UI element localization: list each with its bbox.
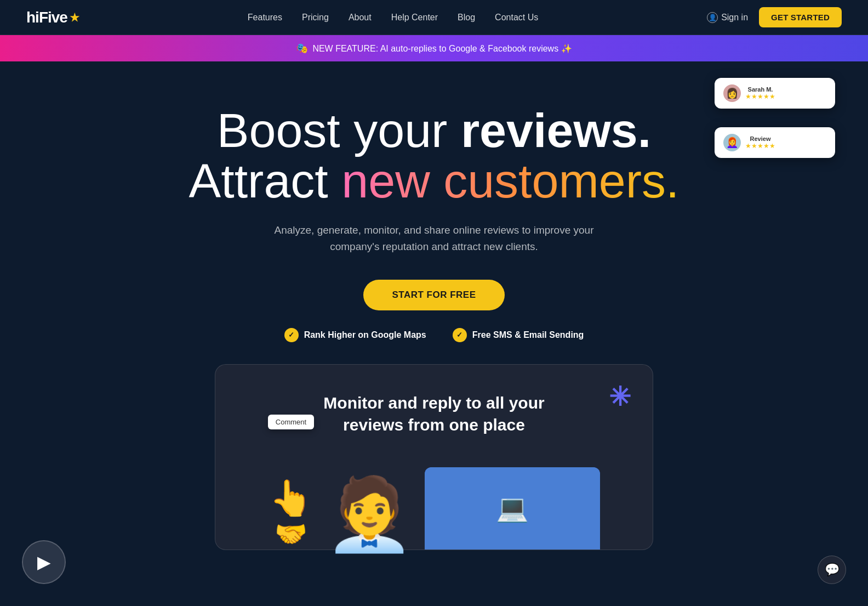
demo-hand-group: Comment 👆 🤝: [268, 458, 314, 550]
logo-text: hiFive: [26, 9, 67, 26]
chat-icon: 💬: [825, 563, 840, 577]
sign-in-button[interactable]: 👤 Sign in: [707, 12, 748, 23]
hero-title-line1: Boost your reviews.: [217, 105, 651, 156]
hero-subtitle: Analyze, generate, monitor, and share on…: [253, 222, 615, 256]
hand-point-icon: 👆: [269, 478, 313, 519]
floating-review-card-2: 👩‍🦰 Review ★★★★★: [715, 127, 835, 158]
feature-checks: ✓ Rank Higher on Google Maps ✓ Free SMS …: [284, 328, 584, 342]
demo-screen-block: 💻: [425, 467, 600, 550]
video-widget[interactable]: ▶: [22, 540, 66, 584]
get-started-button[interactable]: GET STARTED: [759, 7, 842, 27]
announcement-text: NEW FEATURE: AI auto-replies to Google &…: [312, 43, 572, 54]
nav-link-help-center[interactable]: Help Center: [391, 13, 438, 22]
play-icon: ▶: [37, 552, 51, 573]
announcement-emoji: 🎭: [296, 42, 308, 54]
check-label-2: Free SMS & Email Sending: [472, 330, 584, 340]
sign-in-label: Sign in: [721, 13, 748, 22]
check-item-sms-email: ✓ Free SMS & Email Sending: [453, 328, 584, 342]
comment-bubble: Comment: [268, 415, 314, 429]
demo-character: 🧑‍💼: [325, 478, 414, 550]
monitor-icon: 💻: [496, 493, 529, 524]
asterisk-icon: ✳: [609, 381, 631, 412]
nav-right: 👤 Sign in GET STARTED: [707, 7, 842, 27]
video-thumbnail: ▶: [23, 541, 65, 583]
nav-link-contact-us[interactable]: Contact Us: [495, 13, 538, 22]
nav-link-pricing[interactable]: Pricing: [302, 13, 329, 22]
check-item-google-maps: ✓ Rank Higher on Google Maps: [284, 328, 426, 342]
nav-links: Features Pricing About Help Center Blog …: [248, 13, 538, 22]
logo[interactable]: hiFive★: [26, 9, 79, 26]
hero-title-line2: Attract new customers.: [189, 156, 679, 206]
floating-review-card-1: 👩 Sarah M. ★★★★★: [715, 78, 835, 109]
nav-link-about[interactable]: About: [349, 13, 372, 22]
demo-card: ✳ Monitor and reply to all your reviews …: [215, 364, 653, 550]
hands-icon: 🤝: [275, 519, 307, 550]
chat-widget[interactable]: 💬: [818, 556, 846, 584]
check-label-1: Rank Higher on Google Maps: [304, 330, 426, 340]
nav-link-blog[interactable]: Blog: [458, 13, 475, 22]
user-icon: 👤: [707, 12, 718, 23]
nav-link-features[interactable]: Features: [248, 13, 282, 22]
logo-star: ★: [70, 11, 79, 24]
navbar: hiFive★ Features Pricing About Help Cent…: [0, 0, 868, 35]
check-icon-2: ✓: [453, 328, 467, 342]
announcement-bar[interactable]: 🎭 NEW FEATURE: AI auto-replies to Google…: [0, 35, 868, 61]
hero-section: 👩 Sarah M. ★★★★★ 👩‍🦰 Review ★★★★★ Boost …: [0, 61, 868, 572]
demo-content: Comment 👆 🤝 🧑‍💼 💻: [237, 458, 631, 550]
check-icon-1: ✓: [284, 328, 299, 342]
start-for-free-button[interactable]: START FOR FREE: [363, 280, 504, 310]
